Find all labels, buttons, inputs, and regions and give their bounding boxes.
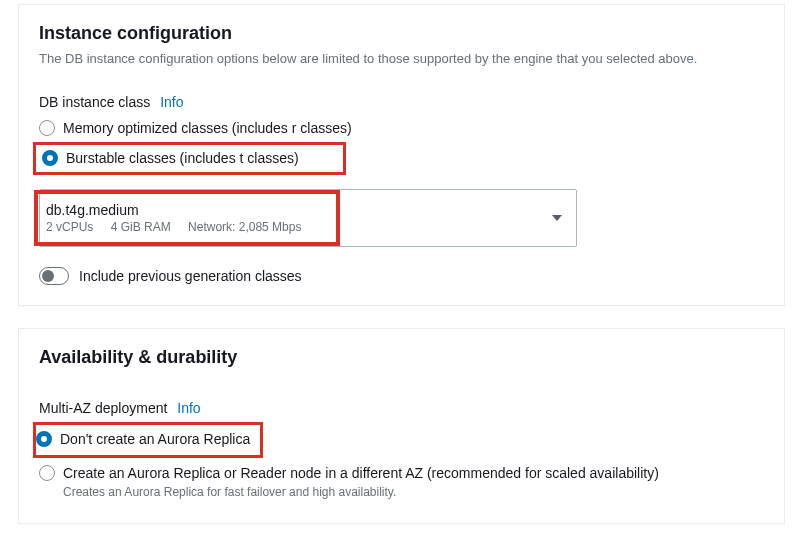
panel-title: Availability & durability xyxy=(39,347,764,368)
radio-label: Burstable classes (includes t classes) xyxy=(66,149,299,169)
panel-title: Instance configuration xyxy=(39,23,764,44)
include-prev-gen-toggle[interactable] xyxy=(39,267,69,285)
radio-label: Memory optimized classes (includes r cla… xyxy=(63,119,352,139)
include-prev-gen-label: Include previous generation classes xyxy=(79,268,302,284)
multi-az-label: Multi-AZ deployment xyxy=(39,400,167,416)
multi-az-label-row: Multi-AZ deployment Info xyxy=(39,400,764,416)
radio-icon-selected xyxy=(36,431,52,447)
instance-ram: 4 GiB RAM xyxy=(111,220,171,234)
info-link[interactable]: Info xyxy=(160,94,183,110)
panel-header: Instance configuration The DB instance c… xyxy=(19,5,784,76)
panel-body: Multi-AZ deployment Info Don't create an… xyxy=(19,382,784,522)
instance-select-content: db.t4g.medium 2 vCPUs 4 GiB RAM Network:… xyxy=(44,202,330,234)
instance-select-wrap: db.t4g.medium 2 vCPUs 4 GiB RAM Network:… xyxy=(39,189,764,247)
instance-vcpus: 2 vCPUs xyxy=(46,220,93,234)
radio-create-replica[interactable]: Create an Aurora Replica or Reader node … xyxy=(39,460,764,503)
radio-burstable[interactable]: Burstable classes (includes t classes) xyxy=(36,146,299,172)
select-caret-area xyxy=(340,190,576,246)
radio-label: Don't create an Aurora Replica xyxy=(60,430,250,450)
include-prev-gen-row: Include previous generation classes xyxy=(39,267,764,285)
highlight-no-replica: Don't create an Aurora Replica xyxy=(33,422,263,458)
panel-description: The DB instance configuration options be… xyxy=(39,50,764,68)
radio-icon xyxy=(39,120,55,136)
radio-no-replica[interactable]: Don't create an Aurora Replica xyxy=(36,426,250,454)
availability-durability-panel: Availability & durability Multi-AZ deplo… xyxy=(18,328,785,523)
db-instance-class-label: DB instance class xyxy=(39,94,150,110)
panel-body: DB instance class Info Memory optimized … xyxy=(19,76,784,305)
instance-name: db.t4g.medium xyxy=(46,202,328,218)
instance-specs: 2 vCPUs 4 GiB RAM Network: 2,085 Mbps xyxy=(46,220,328,234)
radio-hint: Creates an Aurora Replica for fast failo… xyxy=(63,485,659,499)
multi-az-radio-group: Don't create an Aurora Replica Create an… xyxy=(39,422,764,502)
chevron-down-icon xyxy=(552,215,562,221)
radio-text-block: Create an Aurora Replica or Reader node … xyxy=(63,464,659,499)
db-instance-class-label-row: DB instance class Info xyxy=(39,94,764,110)
panel-header: Availability & durability xyxy=(19,329,784,382)
instance-configuration-panel: Instance configuration The DB instance c… xyxy=(18,4,785,306)
db-class-radio-group: Memory optimized classes (includes r cla… xyxy=(39,116,764,177)
radio-icon-selected xyxy=(42,150,58,166)
highlight-burstable: Burstable classes (includes t classes) xyxy=(33,142,346,176)
radio-memory-optimized[interactable]: Memory optimized classes (includes r cla… xyxy=(39,116,764,142)
radio-label: Create an Aurora Replica or Reader node … xyxy=(63,464,659,484)
highlight-instance-select: db.t4g.medium 2 vCPUs 4 GiB RAM Network:… xyxy=(34,190,340,246)
instance-select[interactable]: db.t4g.medium 2 vCPUs 4 GiB RAM Network:… xyxy=(39,189,577,247)
instance-network: Network: 2,085 Mbps xyxy=(188,220,301,234)
info-link[interactable]: Info xyxy=(177,400,200,416)
radio-icon xyxy=(39,465,55,481)
toggle-knob-icon xyxy=(42,270,54,282)
